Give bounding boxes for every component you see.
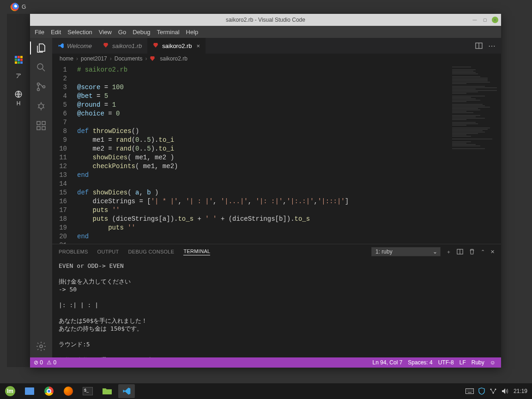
close-panel-icon[interactable]: ✕ <box>490 249 495 255</box>
code-line[interactable]: showDices( me1, me2 ) <box>77 153 450 162</box>
chevron-down-icon: ⌄ <box>433 248 437 255</box>
breadcrumb-item[interactable]: ponet2017 <box>81 55 107 62</box>
code-line[interactable]: @bet = 5 <box>77 92 450 101</box>
code-line[interactable]: @choice = 0 <box>77 109 450 118</box>
menu-terminal[interactable]: Terminal <box>157 29 179 36</box>
activity-bar <box>30 38 52 357</box>
menu-go[interactable]: Go <box>118 29 126 36</box>
errors-count[interactable]: ⊘ 0 <box>34 359 43 366</box>
code-line[interactable]: # saikoro2.rb <box>77 66 450 74</box>
show-desktop-button[interactable] <box>21 384 38 398</box>
code-line[interactable]: end <box>77 232 450 241</box>
svg-point-1 <box>37 64 43 69</box>
close-tab-icon[interactable]: × <box>197 42 200 49</box>
network-tray-icon[interactable] <box>490 388 497 394</box>
files-taskbar-icon[interactable] <box>99 384 115 398</box>
terminal-taskbar-icon[interactable]: $_ <box>79 384 96 398</box>
code-line[interactable] <box>77 74 450 83</box>
code-content[interactable]: # saikoro2.rb @score = 100@bet = 5@round… <box>73 64 450 244</box>
apps-grid-icon[interactable] <box>13 54 24 65</box>
vscode-taskbar-icon[interactable] <box>118 384 135 398</box>
breadcrumbs[interactable]: home›ponet2017›Documents›saikoro2.rb <box>52 54 501 64</box>
menu-file[interactable]: File <box>35 29 44 36</box>
tab-saikoro1-rb[interactable]: saikoro1.rb <box>97 38 147 54</box>
code-line[interactable] <box>77 241 450 244</box>
indentation-status[interactable]: Spaces: 4 <box>408 359 432 366</box>
menu-help[interactable]: Help <box>186 29 199 36</box>
terminal-output[interactable]: EVEN or ODD-> EVEN 掛け金を入力してください -> 50 |:… <box>52 259 501 357</box>
chrome-taskbar-icon[interactable] <box>41 384 57 398</box>
clock[interactable]: 21:19 <box>514 388 527 394</box>
kill-terminal-icon[interactable] <box>469 248 475 255</box>
code-line[interactable]: def throwDices() <box>77 127 450 136</box>
code-line[interactable]: puts (diceStrings[a]).to_s + ' ' + (dice… <box>77 215 450 224</box>
volume-tray-icon[interactable] <box>502 388 509 394</box>
code-line[interactable]: puts '' <box>77 206 450 215</box>
settings-gear-icon[interactable] <box>36 341 47 352</box>
breadcrumb-item[interactable]: Documents <box>115 55 143 62</box>
maximize-panel-icon[interactable]: ⌃ <box>481 249 485 255</box>
globe-icon[interactable] <box>13 89 24 99</box>
menu-debug[interactable]: Debug <box>133 29 150 36</box>
encoding-status[interactable]: UTF-8 <box>438 359 454 366</box>
language-mode[interactable]: Ruby <box>472 359 484 366</box>
bookmark-label[interactable]: ア <box>16 72 21 80</box>
cursor-position[interactable]: Ln 94, Col 7 <box>373 359 403 366</box>
source-control-icon[interactable] <box>36 81 47 92</box>
split-terminal-icon[interactable] <box>457 248 463 255</box>
terminal-selector[interactable]: 1: ruby ⌄ <box>371 247 441 256</box>
code-line[interactable]: checkPoints( me1, me2) <box>77 162 450 171</box>
extensions-icon[interactable] <box>36 120 47 131</box>
breadcrumb-separator: › <box>76 55 78 62</box>
more-actions-icon[interactable]: ⋯ <box>488 42 496 50</box>
tab-saikoro2-rb[interactable]: saikoro2.rb× <box>147 38 206 54</box>
breadcrumb-item[interactable]: saikoro2.rb <box>160 55 187 62</box>
code-line[interactable]: diceStrings = ['| * |', '| : |', '|...|'… <box>77 197 450 206</box>
new-terminal-icon[interactable]: ＋ <box>446 248 451 255</box>
code-line[interactable]: me1 = rand(0..5).to_i <box>77 136 450 145</box>
keyboard-tray-icon[interactable] <box>466 388 474 394</box>
firefox-taskbar-icon[interactable] <box>60 384 77 398</box>
close-button[interactable]: × <box>492 17 498 23</box>
code-line[interactable]: @round = 1 <box>77 101 450 109</box>
warnings-count[interactable]: ⚠ 0 <box>47 359 56 366</box>
svg-rect-9 <box>42 121 45 125</box>
code-line[interactable] <box>77 180 450 188</box>
code-line[interactable]: def showDices( a, b ) <box>77 188 450 197</box>
code-line[interactable]: end <box>77 171 450 180</box>
breadcrumb-item[interactable]: home <box>60 55 73 62</box>
code-line[interactable]: @score = 100 <box>77 83 450 92</box>
menu-selection[interactable]: Selection <box>67 29 92 36</box>
minimap[interactable] <box>450 64 501 244</box>
ruby-file-icon <box>103 42 109 49</box>
code-line[interactable]: puts '' <box>77 224 450 232</box>
panel-tab-debug-console[interactable]: DEBUG CONSOLE <box>128 249 175 254</box>
browser-tab-text: G <box>22 4 26 10</box>
bookmark-label-h[interactable]: H <box>17 100 21 107</box>
panel-tab-terminal[interactable]: TERMINAL <box>183 248 210 255</box>
eol-status[interactable]: LF <box>459 359 466 366</box>
window-titlebar[interactable]: saikoro2.rb - Visual Studio Code — ▢ × <box>30 14 501 26</box>
menu-view[interactable]: View <box>99 29 112 36</box>
ruby-file-icon <box>150 56 155 61</box>
system-taskbar: lm $_ 21:19 <box>0 383 532 399</box>
panel-tab-output[interactable]: OUTPUT <box>97 249 119 254</box>
panel-tab-problems[interactable]: PROBLEMS <box>59 249 88 254</box>
start-menu-button[interactable]: lm <box>2 384 18 398</box>
code-line[interactable]: me2 = rand(0..5).to_i <box>77 145 450 153</box>
code-line[interactable] <box>77 118 450 127</box>
menu-edit[interactable]: Edit <box>51 29 61 36</box>
tab-Welcome[interactable]: Welcome <box>52 38 97 54</box>
debug-icon[interactable] <box>36 101 47 112</box>
split-editor-icon[interactable] <box>475 42 483 49</box>
panel-tabs: PROBLEMSOUTPUTDEBUG CONSOLETERMINAL 1: r… <box>52 244 501 259</box>
shield-tray-icon[interactable] <box>478 387 485 395</box>
feedback-icon[interactable]: ☺ <box>490 359 496 366</box>
minimize-button[interactable]: — <box>472 17 478 23</box>
chrome-logo-icon <box>11 3 19 11</box>
code-editor[interactable]: 12345678910111213141516171819202122 # sa… <box>52 64 450 244</box>
search-icon[interactable] <box>36 62 47 73</box>
breadcrumb-separator: › <box>145 55 147 62</box>
maximize-button[interactable]: ▢ <box>482 17 488 23</box>
explorer-icon[interactable] <box>36 42 47 54</box>
